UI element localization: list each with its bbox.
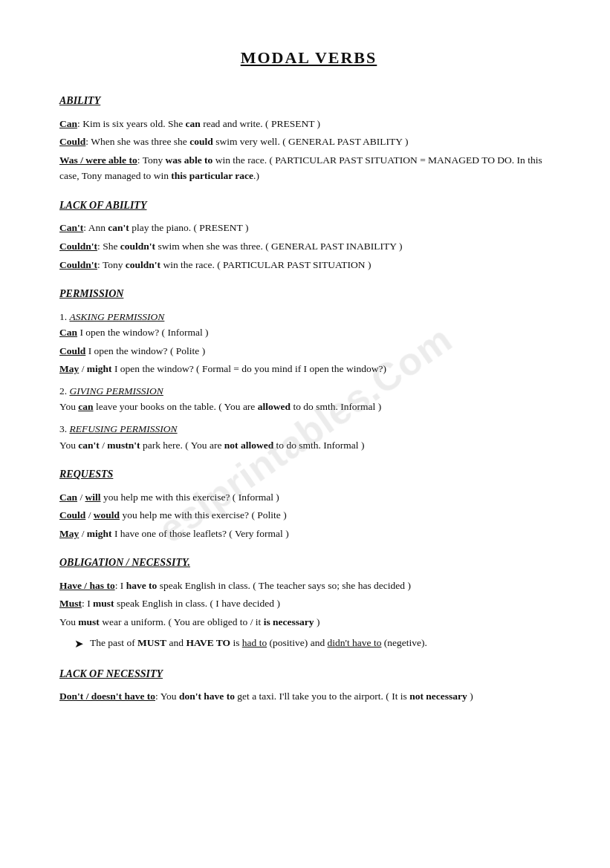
section-title-lack-necessity: LACK OF NECESSITY	[59, 666, 558, 682]
numbered-label: 1. ASKING PERMISSION	[59, 309, 558, 325]
content-line: Could I open the window? ( Polite )	[59, 343, 558, 359]
content-line: Could / would you help me with this exer…	[59, 507, 558, 523]
content-line: You must wear a uniform. ( You are oblig…	[59, 614, 558, 630]
content-line: May / might I have one of those leaflets…	[59, 526, 558, 542]
numbered-item: 1. ASKING PERMISSIONCan I open the windo…	[59, 309, 558, 377]
content-line: Couldn't: She couldn't swim when she was…	[59, 238, 558, 255]
content-line: May / might I open the window? ( Formal …	[59, 361, 558, 377]
numbered-item: 3. REFUSING PERMISSIONYou can't / mustn'…	[59, 421, 558, 453]
content-line: Couldn't: Tony couldn't win the race. ( …	[59, 257, 558, 273]
section-title-requests: REQUESTS	[59, 466, 558, 483]
numbered-label: 3. REFUSING PERMISSION	[59, 421, 558, 437]
content-line: Have / has to: I have to speak English i…	[59, 578, 558, 594]
section-requests: REQUESTSCan / will you help me with this…	[59, 466, 558, 541]
numbered-label: 2. GIVING PERMISSION	[59, 383, 558, 399]
section-lack-necessity: LACK OF NECESSITYDon't / doesn't have to…	[59, 666, 558, 705]
note-text: The past of MUST and HAVE TO is had to (…	[90, 635, 427, 651]
section-lack-ability: LACK OF ABILITYCan't: Ann can't play the…	[59, 198, 558, 273]
content-line: You can leave your books on the table. (…	[59, 399, 558, 415]
section-obligation: OBLIGATION / NECESSITY.Have / has to: I …	[59, 555, 558, 652]
content-line: Must: I must speak English in class. ( I…	[59, 595, 558, 612]
section-title-ability: ABILITY	[59, 93, 558, 109]
content-line: Can / will you help me with this exercis…	[59, 489, 558, 506]
section-title-permission: PERMISSION	[59, 286, 558, 302]
section-title-lack-ability: LACK OF ABILITY	[59, 198, 558, 214]
content-line: You can't / mustn't park here. ( You are…	[59, 437, 558, 454]
arrow-icon: ➤	[74, 635, 84, 653]
section-permission: PERMISSION1. ASKING PERMISSIONCan I open…	[59, 286, 558, 453]
content-line: Can: Kim is six years old. She can read …	[59, 116, 558, 132]
note-item: ➤The past of MUST and HAVE TO is had to …	[74, 635, 558, 653]
content-line: Was / were able to: Tony was able to win…	[59, 152, 558, 184]
content-line: Could: When she was three she could swim…	[59, 134, 558, 150]
content-line: Can't: Ann can't play the piano. ( PRESE…	[59, 220, 558, 236]
page-title: MODAL VERBS	[59, 45, 558, 71]
numbered-item: 2. GIVING PERMISSIONYou can leave your b…	[59, 383, 558, 415]
section-title-obligation: OBLIGATION / NECESSITY.	[59, 555, 558, 571]
section-ability: ABILITYCan: Kim is six years old. She ca…	[59, 93, 558, 184]
content-line: Can I open the window? ( Informal )	[59, 324, 558, 341]
content-line: Don't / doesn't have to: You don't have …	[59, 688, 558, 705]
